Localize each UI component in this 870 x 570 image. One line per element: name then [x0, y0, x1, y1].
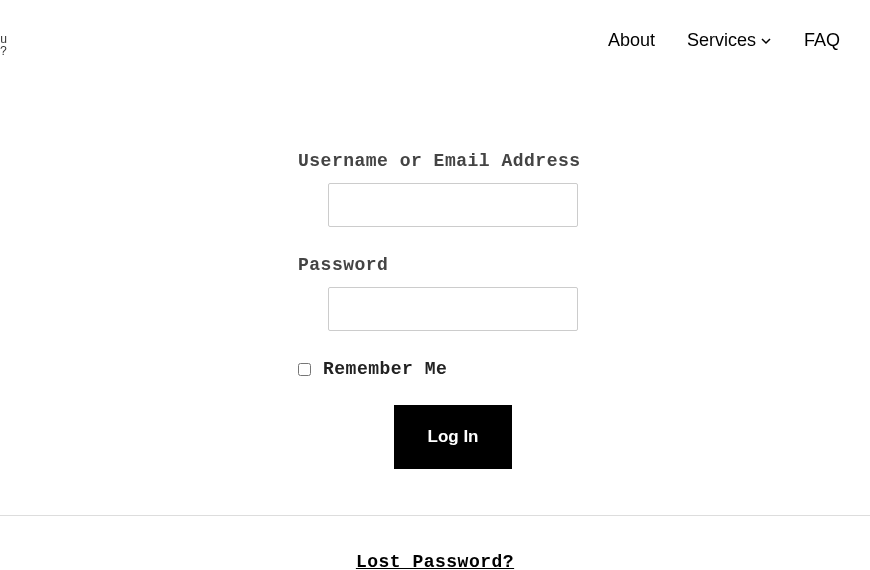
username-label: Username or Email Address	[298, 151, 608, 171]
chevron-down-icon	[760, 35, 772, 47]
nav-about-label: About	[608, 30, 655, 51]
lost-password-container: Lost Password?	[0, 552, 870, 570]
logo-fragment: u?	[0, 34, 6, 58]
login-button[interactable]: Log In	[394, 405, 513, 469]
nav-services[interactable]: Services	[687, 30, 772, 51]
nav-services-label: Services	[687, 30, 756, 51]
button-row: Log In	[298, 405, 608, 469]
login-form: Username or Email Address Password Remem…	[298, 151, 608, 469]
remember-label: Remember Me	[323, 359, 447, 379]
nav-about[interactable]: About	[608, 30, 655, 51]
lost-password-link[interactable]: Lost Password?	[356, 552, 514, 570]
password-row	[298, 287, 608, 331]
remember-row: Remember Me	[298, 359, 608, 379]
nav-faq-label: FAQ	[804, 30, 840, 51]
divider	[0, 515, 870, 516]
username-input[interactable]	[328, 183, 578, 227]
password-input[interactable]	[328, 287, 578, 331]
username-row	[298, 183, 608, 227]
remember-checkbox[interactable]	[298, 363, 311, 376]
nav-faq[interactable]: FAQ	[804, 30, 840, 51]
nav: About Services FAQ	[608, 30, 840, 51]
password-label: Password	[298, 255, 608, 275]
header: About Services FAQ	[0, 0, 870, 51]
login-form-container: Username or Email Address Password Remem…	[0, 151, 870, 469]
